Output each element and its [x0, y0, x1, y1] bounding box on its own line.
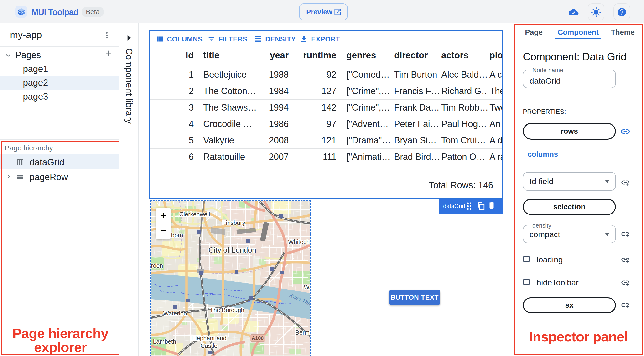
- svg-text:The Borough: The Borough: [210, 307, 244, 313]
- svg-text:Lambeth: Lambeth: [153, 338, 176, 345]
- svg-text:Whitechapel: Whitechapel: [288, 239, 310, 245]
- svg-text:Finsbury: Finsbury: [222, 219, 245, 226]
- svg-text:Elephant and: Elephant and: [191, 335, 226, 342]
- svg-text:Castle: Castle: [200, 343, 218, 349]
- svg-text:Wapping: Wapping: [304, 284, 310, 291]
- svg-text:Clerkenwell: Clerkenwell: [179, 211, 210, 218]
- svg-text:A100: A100: [252, 335, 264, 341]
- svg-text:Bermondsey: Bermondsey: [295, 329, 310, 336]
- svg-text:City of London: City of London: [208, 246, 256, 254]
- svg-text:Garden: Garden: [151, 262, 163, 269]
- svg-text:Waterloo: Waterloo: [163, 310, 187, 317]
